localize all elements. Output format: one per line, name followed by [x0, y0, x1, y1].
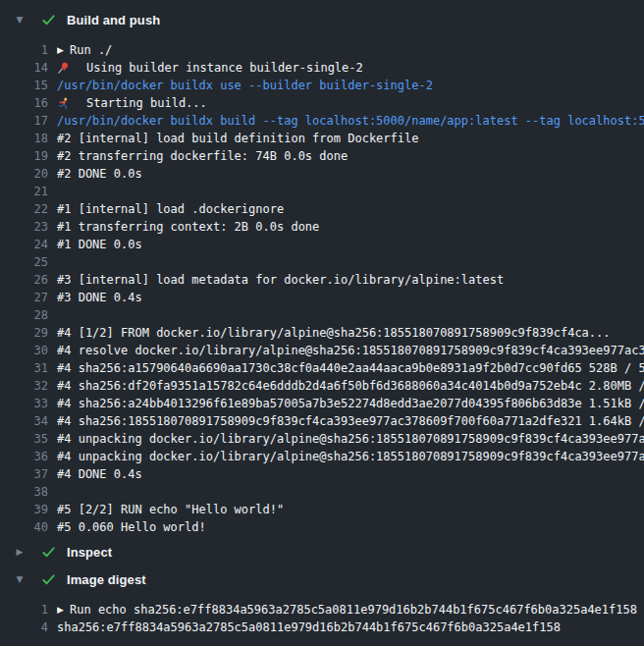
log-line: 16 Starting build... — [0, 94, 644, 112]
log-line-text — [57, 183, 644, 200]
line-number[interactable]: 24 — [0, 236, 48, 253]
log-message: #1 transferring context: 2B 0.0s done — [57, 218, 319, 236]
log-line: 14 Using builder instance builder-single… — [0, 59, 644, 77]
log-line: 15 /usr/bin/docker buildx use --builder … — [0, 77, 644, 94]
line-number[interactable]: 26 — [0, 271, 48, 289]
log-group-header-inspect[interactable]: ▶ Inspect — [0, 540, 644, 564]
actions-log-viewer: ▼ Build and push 1 ▶Run ./ 14 Using buil… — [0, 0, 644, 636]
log-message: #3 [internal] load metadata for docker.i… — [57, 271, 504, 289]
log-line-text — [57, 253, 644, 271]
log-message: Run ./ — [70, 41, 112, 59]
section-title: Image digest — [67, 572, 146, 587]
log-line: 4 sha256:e7ff8834a5963a2785c5a0811e979d1… — [0, 619, 644, 636]
log-line-text: #4 resolve docker.io/library/alpine@sha2… — [57, 342, 644, 359]
log-line-text: #3 DONE 0.4s — [57, 289, 644, 306]
log-line-text: #3 [internal] load metadata for docker.i… — [57, 271, 644, 289]
check-icon — [41, 572, 56, 587]
log-line: 34 #4 sha256:185518070891758909c9f839cf4… — [0, 412, 644, 430]
play-expander-icon[interactable]: ▶ — [57, 46, 66, 55]
log-line: 19 #2 transferring dockerfile: 74B 0.0s … — [0, 147, 644, 165]
line-number[interactable]: 38 — [0, 483, 48, 501]
log-line: 35 #4 unpacking docker.io/library/alpine… — [0, 430, 644, 448]
log-group-header-build-and-push[interactable]: ▼ Build and push — [0, 8, 644, 31]
pushpin-icon — [57, 62, 71, 75]
line-number[interactable]: 19 — [0, 147, 48, 165]
log-lines-image-digest: 1 ▶Run echo sha256:e7ff8834a5963a2785c5a… — [0, 601, 644, 636]
log-message: /usr/bin/docker buildx build --tag local… — [57, 112, 644, 130]
log-line: 1 ▶Run ./ — [0, 41, 644, 59]
log-line-text: #4 sha256:185518070891758909c9f839cf4ca3… — [57, 412, 644, 430]
line-number[interactable]: 23 — [0, 218, 48, 236]
line-number[interactable]: 27 — [0, 289, 48, 306]
line-number[interactable]: 30 — [0, 342, 48, 359]
line-number[interactable]: 34 — [0, 412, 48, 430]
line-number[interactable]: 35 — [0, 430, 48, 448]
log-message: #2 transferring dockerfile: 74B 0.0s don… — [57, 147, 348, 165]
log-line: 24 #1 DONE 0.0s — [0, 236, 644, 253]
log-line-text: #4 [1/2] FROM docker.io/library/alpine@s… — [57, 324, 644, 342]
line-number[interactable]: 1 — [0, 601, 48, 619]
line-number[interactable]: 32 — [0, 377, 48, 395]
chevron-down-icon[interactable]: ▼ — [14, 575, 26, 584]
line-number[interactable]: 36 — [0, 448, 48, 465]
log-message: #4 sha256:a24bb4013296f61e89ba57005a7b3e… — [57, 395, 644, 412]
log-message: Starting build... — [86, 94, 207, 112]
play-expander-icon[interactable]: ▶ — [57, 606, 66, 615]
log-line: 29 #4 [1/2] FROM docker.io/library/alpin… — [0, 324, 644, 342]
log-line: 22 #1 [internal] load .dockerignore — [0, 200, 644, 218]
log-line-text: Starting build... — [57, 94, 644, 112]
line-number[interactable]: 4 — [0, 619, 48, 636]
check-icon — [41, 13, 56, 27]
line-number[interactable]: 20 — [0, 165, 48, 183]
line-number[interactable]: 1 — [0, 41, 48, 59]
log-line: 21 — [0, 183, 644, 200]
line-number[interactable]: 28 — [0, 306, 48, 324]
log-line: 37 #4 DONE 0.4s — [0, 465, 644, 483]
line-number[interactable]: 31 — [0, 359, 48, 377]
log-line-text: #4 unpacking docker.io/library/alpine@sh… — [57, 448, 644, 465]
log-line-text — [57, 306, 644, 324]
section-title: Build and push — [67, 13, 160, 27]
log-line: 31 #4 sha256:a15790640a6690aa1730c38cf0a… — [0, 359, 644, 377]
log-line: 32 #4 sha256:df20fa9351a15782c64e6dddb2d… — [0, 377, 644, 395]
log-message: #1 [internal] load .dockerignore — [57, 200, 284, 218]
line-number[interactable]: 25 — [0, 253, 48, 271]
log-line-text: #1 transferring context: 2B 0.0s done — [57, 218, 644, 236]
log-line-text: #4 unpacking docker.io/library/alpine@sh… — [57, 430, 644, 448]
log-line-text: ▶Run echo sha256:e7ff8834a5963a2785c5a08… — [57, 601, 644, 619]
log-message: #4 DONE 0.4s — [57, 465, 142, 483]
log-line-text: #2 DONE 0.0s — [57, 165, 644, 183]
line-number[interactable]: 18 — [0, 130, 48, 147]
log-line: 20 #2 DONE 0.0s — [0, 165, 644, 183]
line-number[interactable]: 22 — [0, 200, 48, 218]
log-message: #3 DONE 0.4s — [57, 289, 142, 306]
log-message: Run echo sha256:e7ff8834a5963a2785c5a081… — [70, 601, 637, 619]
log-section-build-and-push: ▼ Build and push 1 ▶Run ./ 14 Using buil… — [0, 8, 644, 536]
line-number[interactable]: 39 — [0, 501, 48, 518]
log-line: 28 — [0, 306, 644, 324]
line-number[interactable]: 29 — [0, 324, 48, 342]
log-line-text: Using builder instance builder-single-2 — [57, 59, 644, 77]
log-line: 39 #5 [2/2] RUN echo "Hello world!" — [0, 501, 644, 518]
line-number[interactable]: 17 — [0, 112, 48, 130]
line-number[interactable]: 21 — [0, 183, 48, 200]
line-number[interactable]: 40 — [0, 518, 48, 536]
log-message: #4 sha256:a15790640a6690aa1730c38cf0a440… — [57, 359, 644, 377]
line-number[interactable]: 14 — [0, 59, 48, 77]
chevron-right-icon[interactable]: ▶ — [14, 548, 26, 557]
line-number[interactable]: 37 — [0, 465, 48, 483]
log-message: #4 unpacking docker.io/library/alpine@sh… — [57, 448, 644, 465]
log-message: #1 DONE 0.0s — [57, 236, 142, 253]
log-line: 23 #1 transferring context: 2B 0.0s done — [0, 218, 644, 236]
line-number[interactable]: 33 — [0, 395, 48, 412]
chevron-down-icon[interactable]: ▼ — [14, 16, 26, 25]
line-number[interactable]: 16 — [0, 94, 48, 112]
log-group-header-image-digest[interactable]: ▼ Image digest — [0, 567, 644, 591]
line-number[interactable]: 15 — [0, 77, 48, 94]
log-line: 18 #2 [internal] load build definition f… — [0, 130, 644, 147]
log-line: 25 — [0, 253, 644, 271]
log-message: /usr/bin/docker buildx use --builder bui… — [57, 77, 433, 94]
log-line-text: #4 DONE 0.4s — [57, 465, 644, 483]
log-message: #2 DONE 0.0s — [57, 165, 142, 183]
log-line: 27 #3 DONE 0.4s — [0, 289, 644, 306]
